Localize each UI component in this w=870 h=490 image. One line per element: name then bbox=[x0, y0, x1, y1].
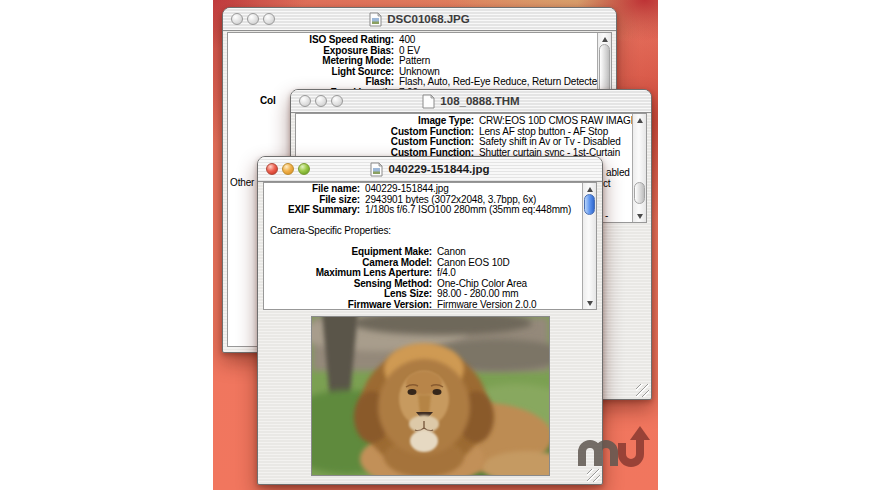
close-button[interactable] bbox=[231, 13, 243, 25]
scroll-down-arrow[interactable] bbox=[583, 297, 596, 309]
window-controls bbox=[231, 8, 275, 30]
titlebar-dsc01068[interactable]: DSC01068.JPG bbox=[223, 8, 616, 31]
scrollbar[interactable] bbox=[632, 114, 646, 222]
exif-rows-camera: Equipment Make:CanonCamera Model:Canon E… bbox=[264, 247, 596, 310]
minimize-button[interactable] bbox=[282, 163, 294, 175]
zoom-button[interactable] bbox=[298, 163, 310, 175]
exif-rows: Image Type:CRW:EOS 10D CMOS RAW IMAGECus… bbox=[296, 114, 646, 158]
scroll-down-arrow[interactable] bbox=[633, 210, 646, 222]
exif-value: CRW:EOS 10D CMOS RAW IMAGE bbox=[474, 116, 637, 127]
resize-handle[interactable] bbox=[636, 384, 649, 397]
exif-row: Metering Mode:Pattern bbox=[230, 56, 611, 67]
section-header: Camera-Specific Properties: bbox=[264, 226, 596, 237]
window-title: DSC01068.JPG bbox=[387, 13, 469, 25]
titlebar-108-0888[interactable]: 108_0888.THM bbox=[291, 90, 651, 113]
exif-label: Metering Mode: bbox=[230, 56, 394, 67]
close-button[interactable] bbox=[266, 163, 278, 175]
scrollbar[interactable] bbox=[582, 183, 596, 309]
exif-label: Custom Function: bbox=[298, 137, 474, 148]
document-icon bbox=[422, 94, 435, 109]
window-title: 040229-151844.jpg bbox=[388, 163, 489, 175]
window-controls bbox=[299, 90, 343, 112]
exif-row: Lens Size:98.00 - 280.00 mm bbox=[266, 289, 596, 300]
exif-row: File name:040229-151844.jpg bbox=[266, 184, 596, 195]
exif-label: Maximum Lens Aperture: bbox=[266, 268, 432, 279]
window-title: 108_0888.THM bbox=[440, 95, 519, 107]
exif-label: File name: bbox=[266, 184, 360, 195]
scrollbar-thumb[interactable] bbox=[584, 194, 595, 215]
exif-label: EXIF Summary: bbox=[266, 205, 360, 216]
exif-value: Canon bbox=[432, 247, 466, 258]
minimize-button[interactable] bbox=[315, 95, 327, 107]
exif-label: ISO Speed Rating: bbox=[230, 35, 394, 46]
exif-value: Firmware Version 2.0.0 bbox=[432, 300, 537, 311]
truncated-label: Col bbox=[260, 96, 276, 107]
exif-label: Equipment Make: bbox=[266, 247, 432, 258]
exif-row: Custom Function:Safety shift in Av or Tv… bbox=[298, 137, 646, 148]
zoom-button[interactable] bbox=[331, 95, 343, 107]
macupdate-mu-logo bbox=[574, 422, 656, 470]
exif-row: Firmware Version:Firmware Version 2.0.0 bbox=[266, 300, 596, 311]
exif-value: Flash, Auto, Red-Eye Reduce, Return Dete… bbox=[394, 77, 603, 88]
exif-row: EXIF Summary:1/180s f/6.7 ISO100 280mm (… bbox=[266, 205, 596, 216]
exif-row: Flash:Flash, Auto, Red-Eye Reduce, Retur… bbox=[230, 77, 611, 88]
exif-row: ISO Speed Rating:400 bbox=[230, 35, 611, 46]
exif-value: Safety shift in Av or Tv - Disabled bbox=[474, 137, 621, 148]
truncated-value: abled bbox=[606, 168, 630, 179]
minimize-button[interactable] bbox=[247, 13, 259, 25]
exif-label: Flash: bbox=[230, 77, 394, 88]
desktop-background: DSC01068.JPG ISO Speed Rating:400Exposur… bbox=[213, 0, 658, 490]
exif-label: Image Type: bbox=[298, 116, 474, 127]
scroll-up-arrow[interactable] bbox=[633, 114, 646, 126]
titlebar-040229-151844[interactable]: 040229-151844.jpg bbox=[258, 157, 602, 182]
exif-panel-040229: File name:040229-151844.jpgFile size:294… bbox=[263, 182, 597, 310]
screenshot-canvas: DSC01068.JPG ISO Speed Rating:400Exposur… bbox=[0, 0, 870, 490]
exif-label: Lens Size: bbox=[266, 289, 432, 300]
exif-value: 040229-151844.jpg bbox=[360, 184, 449, 195]
exif-row: Equipment Make:Canon bbox=[266, 247, 596, 258]
truncated-value: - bbox=[605, 211, 608, 222]
exif-row: Maximum Lens Aperture:f/4.0 bbox=[266, 268, 596, 279]
exif-value: 400 bbox=[394, 35, 415, 46]
exif-value: f/4.0 bbox=[432, 268, 456, 279]
truncated-value: ct bbox=[603, 179, 610, 190]
close-button[interactable] bbox=[299, 95, 311, 107]
window-controls bbox=[266, 157, 310, 181]
document-icon bbox=[370, 162, 383, 177]
scrollbar-thumb[interactable] bbox=[634, 182, 645, 204]
document-icon bbox=[369, 12, 382, 27]
exif-value: 1/180s f/6.7 ISO100 280mm (35mm eq:448mm… bbox=[360, 205, 571, 216]
exif-rows-summary: File name:040229-151844.jpgFile size:294… bbox=[264, 183, 596, 216]
resize-handle[interactable] bbox=[587, 469, 600, 482]
window-040229-151844: 040229-151844.jpg File name:040229-15184… bbox=[257, 156, 603, 485]
exif-row: Image Type:CRW:EOS 10D CMOS RAW IMAGE bbox=[298, 116, 646, 127]
zoom-button[interactable] bbox=[263, 13, 275, 25]
lion-photo bbox=[311, 316, 550, 476]
exif-value: 98.00 - 280.00 mm bbox=[432, 289, 518, 300]
exif-label: Firmware Version: bbox=[266, 300, 432, 311]
exif-value: Pattern bbox=[394, 56, 430, 67]
